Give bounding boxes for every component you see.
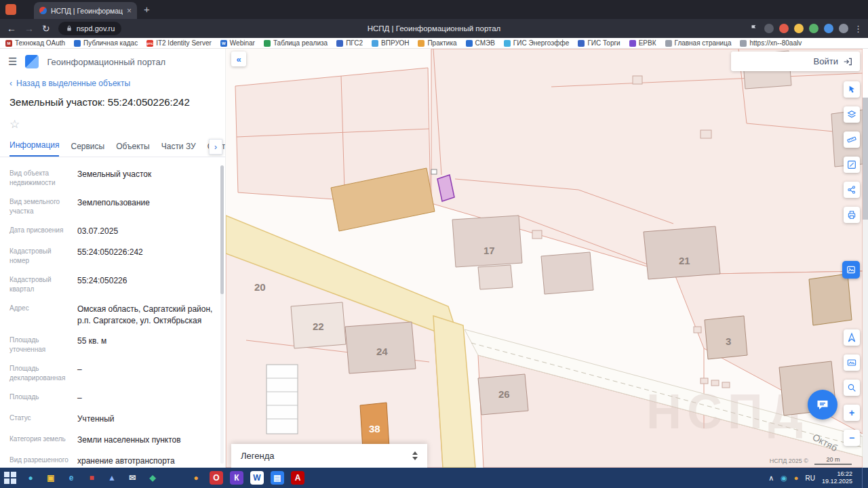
taskbar-app-icon[interactable]: O [206,468,226,488]
tray-app-icon[interactable]: ● [794,474,799,482]
layers-button[interactable] [844,106,860,123]
taskbar-app-icon[interactable]: ■ [81,468,102,488]
taskbar-app-icon[interactable]: ▲ [102,468,122,488]
panorama-button[interactable] [844,354,860,371]
bookmark-item[interactable]: Таблица реализа [264,39,328,47]
lock-icon [65,24,73,33]
taskbar-app-icon[interactable]: ▤ [267,468,288,488]
browser-tab[interactable]: НСПД | Геоинформац × [34,2,137,19]
legend-expand-icon[interactable] [412,451,418,460]
panel-tabs: Информация Сервисы Объекты Части ЗУ Сост… [0,137,225,157]
zoom-box-button[interactable] [844,380,860,396]
map-canvas[interactable]: НСПД [226,49,863,468]
imagery-layer-button[interactable] [842,261,860,279]
measure-area-button[interactable] [844,157,860,173]
extension-icon[interactable] [794,24,804,33]
taskbar-app-icon[interactable]: ◆ [142,468,163,488]
attribute-row: Адрес Омская область, Саргатский район, … [9,299,216,331]
forward-button[interactable]: → [24,23,34,34]
extension-icon[interactable] [764,24,774,33]
bookmark-favicon [629,40,636,47]
map-toolbar-bottom: + − [844,329,860,446]
chat-button[interactable] [808,390,837,420]
extension-icon[interactable] [824,24,833,33]
chevron-left-icon: ‹ [9,79,12,88]
panel-collapse-button[interactable]: « [231,52,246,66]
parcel-handle [431,169,437,174]
panel-scrollbar[interactable] [220,165,224,464]
browser-profile-icon[interactable] [5,4,16,15]
extension-icon[interactable] [809,24,818,33]
taskbar-app-icon[interactable]: ✉ [122,468,142,488]
bookmark-favicon [466,40,473,47]
tab-favicon [39,7,47,14]
login-button[interactable]: Войти [731,52,860,71]
map-area: НСПД [226,49,863,468]
zoom-in-button[interactable]: + [844,405,860,421]
legend-label: Легенда [241,451,274,461]
tab-parcel-parts[interactable]: Части ЗУ [161,142,196,157]
tab-close-icon[interactable]: × [127,7,132,15]
bookmark-item[interactable]: https://xn--80aalv [740,39,802,47]
bookmark-favicon [504,40,511,47]
zoom-out-button[interactable]: − [844,430,860,446]
favorite-star-icon[interactable]: ☆ [9,117,216,131]
new-tab-button[interactable]: + [144,3,150,15]
back-button[interactable]: ← [7,23,16,34]
map-attribution: НСПД 2025 © [770,458,808,464]
bookmark-item[interactable]: Главная страница [665,39,732,47]
taskbar-app-icon[interactable]: ▣ [41,468,61,488]
taskbar-app-icon[interactable]: К [226,468,247,488]
taskbar-app-icon[interactable]: ● [20,468,41,488]
parcel-label: 20 [254,281,266,293]
taskbar-app-icon[interactable]: e [61,468,81,488]
extension-icon[interactable] [779,24,789,33]
print-button[interactable] [844,207,860,223]
taskbar-app-icon[interactable]: W [247,468,267,488]
page-scrollbar[interactable] [863,98,868,488]
bookmark-item[interactable]: ЕРВК [629,39,656,47]
menu-icon[interactable]: ☰ [8,56,17,68]
locate-me-button[interactable] [844,329,860,346]
taskbar-app-icon[interactable]: ● [186,468,206,488]
tab-information[interactable]: Информация [9,140,59,157]
share-button[interactable] [844,182,860,198]
bookmark-item[interactable]: W Webinar [220,39,255,47]
language-indicator[interactable]: RU [806,474,815,482]
ruler-button[interactable] [844,131,860,148]
bookmark-item[interactable]: ГИС Торги [578,39,620,47]
bookmark-flag-icon[interactable] [749,24,759,33]
attribute-row: Кадастровый номер 55:24:050226:242 [9,242,216,270]
tray-expand-icon[interactable]: ∧ [768,474,774,483]
taskbar-app-icon[interactable]: A [288,468,308,488]
bookmark-favicon [665,40,672,47]
profile-avatar[interactable] [839,24,848,33]
bookmark-item[interactable]: ПГС2 [336,39,363,47]
browser-menu-icon[interactable]: ⋮ [854,24,863,34]
bookmarks-bar: М Технокад OAuth Публичная кадас ртс IT2… [0,38,868,49]
tab-objects[interactable]: Объекты [116,142,150,157]
bookmark-item[interactable]: ВПРУОН [372,39,409,47]
start-button[interactable] [0,468,20,488]
legend-bar[interactable]: Легенда [231,444,427,468]
portal-logo [25,55,39,68]
bookmark-item[interactable]: Практика [418,39,456,47]
bookmark-item[interactable]: СМЭВ [466,39,495,47]
tabs-scroll-right-button[interactable]: › [209,139,222,155]
tab-services[interactable]: Сервисы [71,142,104,157]
bookmark-item[interactable]: Публичная кадас [74,39,138,47]
bookmark-item[interactable]: ГИС Энергоэффе [504,39,570,47]
reload-button[interactable]: ↻ [42,23,50,34]
object-info-panel: ☰ Геоинформационный портал ‹ Назад в выд… [0,49,226,468]
bookmark-favicon: М [5,40,12,47]
select-tool-button[interactable] [844,81,860,98]
attribute-row: Статус Учтенный [9,409,216,430]
address-bar[interactable]: nspd.gov.ru [58,22,122,35]
back-to-selected-objects-link[interactable]: ‹ Назад в выделенные объекты [9,79,216,88]
show-desktop-button[interactable] [862,468,865,488]
attribute-row: Вид объекта недвижимости Земельный участ… [9,164,216,192]
tray-app-icon[interactable]: ◉ [781,474,787,483]
clock[interactable]: 16:22 19.12.2025 [822,470,852,486]
bookmark-item[interactable]: ртс IT2 Identity Server [146,39,212,47]
bookmark-item[interactable]: М Технокад OAuth [5,39,65,47]
